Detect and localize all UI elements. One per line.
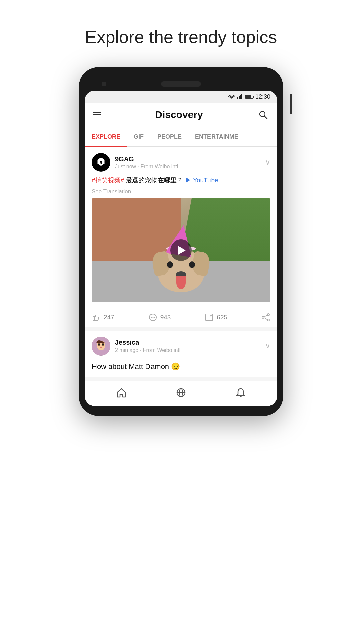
- chevron-down-icon[interactable]: ∨: [265, 158, 270, 167]
- dog-tongue: [176, 276, 186, 289]
- post-actions-1: 247 943: [85, 307, 277, 327]
- nav-home[interactable]: [109, 386, 134, 400]
- search-button[interactable]: [257, 109, 269, 121]
- meta-9gag: Just now · From Weibo.intl: [115, 164, 178, 170]
- camera: [102, 82, 106, 86]
- avatar-jessica: [92, 337, 110, 356]
- post-content-2: How about Matt Damon 😏: [85, 360, 277, 377]
- hashtag[interactable]: #搞笑视频#: [92, 177, 124, 184]
- post-header-2: Jessica 2 min ago · From Weibo.intl ∨: [85, 331, 277, 360]
- speaker: [161, 81, 201, 87]
- post-content-1: #搞笑视频# 最逗的宠物在哪里？ ▶ YouTube See Translati…: [85, 176, 277, 307]
- repost-action[interactable]: 625: [204, 313, 261, 322]
- menu-button[interactable]: [93, 112, 101, 117]
- svg-text:9: 9: [100, 160, 102, 165]
- status-icons: 12:30: [228, 93, 270, 100]
- svg-point-12: [154, 317, 155, 318]
- post-card-2: Jessica 2 min ago · From Weibo.intl ∨ Ho…: [85, 331, 277, 377]
- comment-count: 943: [160, 314, 171, 321]
- svg-line-14: [210, 314, 213, 316]
- page-title: Explore the trendy topics: [85, 27, 277, 47]
- meta-jessica: 2 min ago · From Weibo.intl: [115, 347, 180, 353]
- play-button[interactable]: [170, 239, 192, 261]
- app-header: Discovery: [85, 103, 277, 127]
- share-icon: [261, 313, 270, 322]
- app-title: Discovery: [155, 109, 203, 120]
- video-thumbnail[interactable]: [92, 198, 270, 302]
- avatar-9gag: 9: [92, 153, 110, 172]
- search-icon: [258, 110, 268, 119]
- svg-rect-1: [239, 96, 240, 99]
- phone-frame: 12:30 Discovery EXPLORE: [79, 67, 283, 416]
- like-action[interactable]: 247: [92, 313, 148, 322]
- svg-point-10: [151, 317, 152, 318]
- post-card: 9 9GAG Just now · From Weibo.intl ∨ #搞笑视…: [85, 147, 277, 327]
- nav-notifications[interactable]: [228, 386, 253, 400]
- dog-eye-left: [167, 261, 173, 268]
- svg-point-11: [152, 317, 153, 318]
- comment-action[interactable]: 943: [148, 313, 205, 322]
- repost-icon: [204, 313, 214, 322]
- jessica-avatar-svg: [92, 337, 110, 356]
- svg-line-18: [264, 315, 267, 317]
- play-triangle-icon: [178, 246, 186, 255]
- thumb-up-icon: [92, 313, 101, 322]
- comment-icon: [148, 313, 158, 322]
- chevron-down-icon-2[interactable]: ∨: [265, 342, 270, 351]
- post-header-left: 9 9GAG Just now · From Weibo.intl: [92, 153, 178, 172]
- discover-icon: [175, 387, 187, 398]
- tab-people[interactable]: PEOPLE: [150, 127, 188, 146]
- tab-entertainment[interactable]: ENTERTAINME: [188, 127, 245, 146]
- username-9gag: 9GAG: [115, 155, 178, 163]
- post-header: 9 9GAG Just now · From Weibo.intl ∨: [85, 147, 277, 176]
- phone-top: [85, 77, 277, 91]
- like-count: 247: [104, 314, 114, 321]
- side-button: [290, 94, 292, 114]
- user-info-9gag: 9GAG Just now · From Weibo.intl: [115, 155, 178, 170]
- svg-rect-2: [240, 95, 241, 99]
- username-jessica: Jessica: [115, 339, 180, 346]
- svg-point-16: [267, 319, 269, 321]
- wifi-icon: [228, 94, 235, 99]
- tab-explore[interactable]: EXPLORE: [85, 127, 127, 146]
- status-time: 12:30: [255, 93, 270, 100]
- post-text-1: #搞笑视频# 最逗的宠物在哪里？ ▶ YouTube: [92, 176, 270, 185]
- svg-rect-3: [241, 94, 242, 99]
- repost-count: 625: [217, 314, 227, 321]
- share-action[interactable]: [261, 313, 270, 322]
- bell-icon: [235, 387, 246, 398]
- phone-screen: 12:30 Discovery EXPLORE: [85, 91, 277, 406]
- svg-rect-4: [243, 94, 243, 99]
- svg-rect-0: [237, 97, 238, 99]
- svg-line-19: [264, 318, 267, 320]
- battery-icon: [245, 95, 253, 99]
- svg-point-17: [262, 316, 264, 318]
- see-translation-1[interactable]: See Translation: [92, 188, 270, 195]
- svg-point-26: [100, 347, 102, 348]
- signal-icon: [237, 94, 243, 99]
- feed: 9 9GAG Just now · From Weibo.intl ∨ #搞笑视…: [85, 147, 277, 377]
- tab-gif[interactable]: GIF: [127, 127, 150, 146]
- bottom-nav: [85, 381, 277, 406]
- nav-discover[interactable]: [169, 386, 193, 400]
- user-info-jessica: Jessica 2 min ago · From Weibo.intl: [115, 339, 180, 353]
- post-text-2: How about Matt Damon 😏: [92, 361, 270, 372]
- svg-line-6: [264, 116, 267, 119]
- svg-point-15: [267, 314, 269, 316]
- svg-point-24: [98, 343, 100, 345]
- tabs-bar: EXPLORE GIF PEOPLE ENTERTAINME: [85, 127, 277, 147]
- home-icon: [116, 387, 127, 398]
- status-bar: 12:30: [85, 91, 277, 103]
- dog-eye-right: [189, 261, 195, 268]
- svg-point-25: [102, 343, 104, 345]
- post-header-left-2: Jessica 2 min ago · From Weibo.intl: [92, 337, 180, 356]
- youtube-link[interactable]: ▶ YouTube: [185, 177, 218, 184]
- post-body-text: 最逗的宠物在哪里？: [126, 177, 185, 184]
